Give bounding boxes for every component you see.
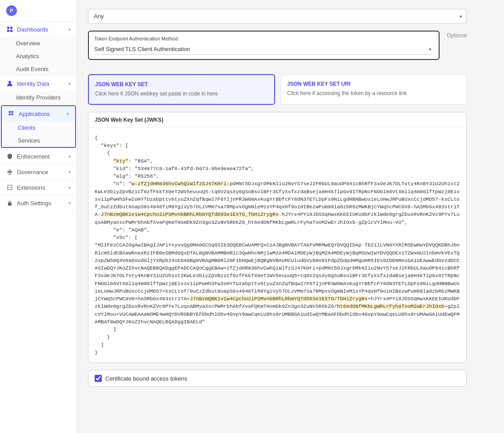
grid-icon <box>6 26 13 33</box>
puzzle-icon <box>6 184 13 191</box>
section-identity-data: Identity Data ▾ Identity Providers <box>0 76 77 104</box>
jwks-set-title: JSON WEB KEY SET <box>95 81 268 87</box>
svg-rect-9 <box>8 185 12 190</box>
svg-rect-0 <box>7 27 9 29</box>
jwks-uri-title: JSON WEB KEY SET URI <box>287 81 460 87</box>
dashboards-chevron-icon: ▾ <box>68 27 71 32</box>
sidebar-enforcement-label: Enforcement <box>17 153 65 160</box>
svg-point-4 <box>8 81 11 83</box>
section-governance: Governance ▾ <box>0 164 77 180</box>
sidebar-item-extensions[interactable]: Extensions ▾ <box>0 180 77 195</box>
svg-rect-7 <box>9 114 11 115</box>
auth-method-label: Token Endpoint Authentication Method <box>94 36 433 41</box>
sidebar-item-identity-data[interactable]: Identity Data ▾ <box>0 76 77 91</box>
certificate-bound-row: Certificate bound access tokens <box>88 370 467 387</box>
top-select-wrapper: Any ▾ <box>88 9 467 24</box>
identity-chevron-icon: ▾ <box>68 81 71 86</box>
svg-rect-5 <box>9 111 11 113</box>
optional-label: Optional <box>447 32 467 39</box>
certificate-bound-checkbox[interactable] <box>95 375 102 382</box>
sidebar-extensions-label: Extensions <box>17 184 65 191</box>
top-select-group: Any ▾ <box>88 9 467 24</box>
sidebar-item-applications[interactable]: Applications ▾ <box>2 106 75 121</box>
auth-method-box: Token Endpoint Authentication Method Sel… <box>88 31 440 60</box>
sidebar-item-dashboards[interactable]: Dashboards ▾ <box>0 22 77 37</box>
jwks-cards-container: JSON WEB KEY SET Click here if JSON webk… <box>88 74 467 105</box>
sidebar-header[interactable]: P <box>0 0 77 22</box>
shield-icon <box>6 153 13 160</box>
svg-rect-6 <box>12 111 13 113</box>
section-auth-settings: Auth Settings ▾ <box>0 195 77 211</box>
auth-method-container: Token Endpoint Authentication Method Sel… <box>88 31 467 67</box>
svg-rect-10 <box>8 203 12 206</box>
sidebar-item-audit-events[interactable]: Audit Events <box>0 63 77 75</box>
svg-rect-2 <box>7 30 9 32</box>
json-text: { "keys": [ { "kty": "RSA", "kid": "5348… <box>95 135 460 355</box>
section-dashboards: Dashboards ▾ Overview Analytics Audit Ev… <box>0 22 77 76</box>
sidebar: P Dashboards ▾ Overview Analytics Audit … <box>0 0 77 433</box>
sidebar-applications-label: Applications <box>19 111 63 117</box>
main-content: Any ▾ Token Endpoint Authentication Meth… <box>77 0 504 433</box>
section-applications: Applications ▾ Clients Services <box>1 105 76 148</box>
sidebar-item-auth-settings[interactable]: Auth Settings ▾ <box>0 195 77 211</box>
dashboards-submenu: Overview Analytics Audit Events <box>0 37 77 75</box>
sidebar-item-services[interactable]: Services <box>2 134 75 147</box>
json-box: JSON Web Key Set (JWKS) { "keys": [ { "k… <box>88 112 467 363</box>
sidebar-item-identity-providers[interactable]: Identity Providers <box>0 91 77 104</box>
auth-settings-chevron-icon: ▾ <box>68 201 71 206</box>
sidebar-item-analytics[interactable]: Analytics <box>0 50 77 63</box>
applications-submenu: Clients Services <box>2 121 75 147</box>
sidebar-item-clients[interactable]: Clients <box>2 121 75 134</box>
json-content[interactable]: { "keys": [ { "kty": "RSA", "kid": "5348… <box>88 128 466 362</box>
auth-method-select-wrapper: Self Signed TLS Client Authentication No… <box>94 44 433 55</box>
jwks-card-set[interactable]: JSON WEB KEY SET Click here if JSON webk… <box>88 74 275 105</box>
sidebar-dashboards-label: Dashboards <box>17 26 65 33</box>
applications-chevron-icon: ▾ <box>67 111 69 116</box>
sidebar-identity-label: Identity Data <box>17 80 65 87</box>
json-box-header: JSON Web Key Set (JWKS) <box>88 112 466 128</box>
svg-rect-8 <box>12 114 13 115</box>
top-select[interactable]: Any <box>88 9 467 24</box>
jwks-set-desc: Click here if JSON webkey set paste in c… <box>95 90 268 98</box>
avatar: P <box>6 5 17 16</box>
svg-rect-3 <box>10 30 12 32</box>
jwks-uri-desc: Click here if accessing the token by a r… <box>287 90 460 97</box>
sidebar-item-overview[interactable]: Overview <box>0 37 77 50</box>
sidebar-governance-label: Governance <box>17 169 65 175</box>
balance-icon <box>6 168 13 175</box>
sidebar-auth-settings-label: Auth Settings <box>17 200 65 207</box>
section-extensions: Extensions ▾ <box>0 180 77 195</box>
governance-chevron-icon: ▾ <box>68 170 71 175</box>
sidebar-item-enforcement[interactable]: Enforcement ▾ <box>0 149 77 164</box>
extensions-chevron-icon: ▾ <box>68 185 71 190</box>
apps-icon <box>8 110 15 117</box>
enforcement-chevron-icon: ▾ <box>68 154 71 159</box>
sidebar-item-governance[interactable]: Governance ▾ <box>0 164 77 179</box>
svg-rect-1 <box>10 27 12 29</box>
identity-submenu: Identity Providers <box>0 91 77 104</box>
person-icon <box>6 80 13 87</box>
section-enforcement: Enforcement ▾ <box>0 149 77 164</box>
certificate-bound-label: Certificate bound access tokens <box>105 375 187 382</box>
auth-method-select[interactable]: Self Signed TLS Client Authentication No… <box>94 44 433 55</box>
lock-icon <box>6 199 13 207</box>
jwks-card-uri[interactable]: JSON WEB KEY SET URI Click here if acces… <box>280 74 467 105</box>
